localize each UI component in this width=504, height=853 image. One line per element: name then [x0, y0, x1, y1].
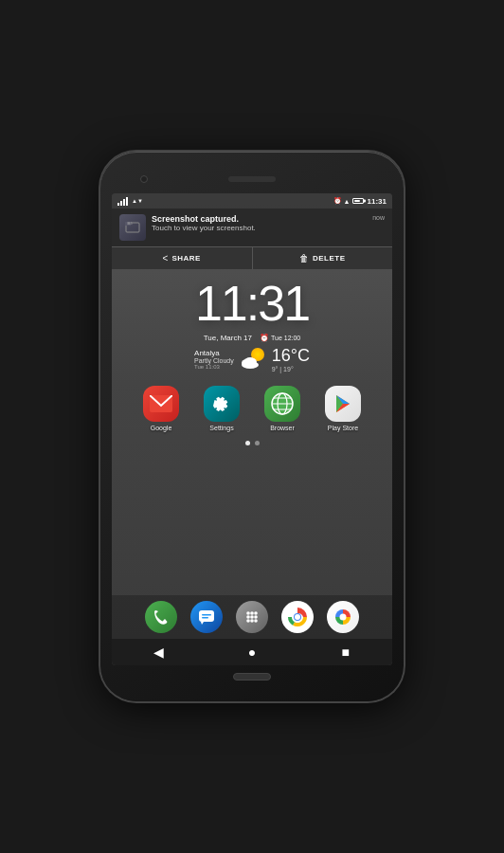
- notification-subtitle: Touch to view your screenshot.: [152, 224, 367, 232]
- phone-bottom-bar: [112, 669, 392, 684]
- svg-point-32: [295, 614, 300, 620]
- app-icon-browser[interactable]: Browser: [260, 386, 305, 431]
- weather-temp-section: 16°C 9° | 19°: [272, 346, 310, 372]
- back-button[interactable]: ◀: [144, 643, 172, 662]
- dock-app-photos[interactable]: [325, 601, 361, 633]
- weather-icon: [240, 346, 266, 372]
- weather-temperature: 16°C: [272, 346, 310, 366]
- network-type: ▲▼: [132, 198, 143, 204]
- svg-point-25: [250, 615, 254, 619]
- svg-rect-17: [199, 610, 214, 622]
- signal-bar-3: [123, 199, 125, 206]
- home-button[interactable]: ●: [238, 643, 266, 662]
- svg-point-24: [246, 615, 250, 619]
- alarm-time: Tue 12:00: [271, 335, 300, 341]
- status-bar: ▲▼ ⏰ ▲ 11:31: [112, 193, 392, 209]
- app-icon-playstore[interactable]: Play Store: [320, 386, 366, 431]
- notification-title: Screenshot captured.: [152, 214, 367, 224]
- alarm-clock-icon: ⏰: [260, 334, 269, 342]
- status-time: 11:31: [368, 197, 387, 206]
- phone-speaker: [228, 176, 276, 182]
- app-icon-settings[interactable]: Settings: [199, 386, 244, 431]
- phone-icon: [145, 601, 177, 633]
- alarm-status-icon: ⏰: [333, 197, 342, 205]
- nav-bar: ◀ ● ■: [112, 639, 392, 665]
- share-action-button[interactable]: < SHARE: [112, 247, 253, 269]
- dock-app-messages[interactable]: [189, 601, 225, 633]
- screen: ▲▼ ⏰ ▲ 11:31 IMG: [112, 193, 392, 665]
- signal-bars: [117, 197, 128, 206]
- status-left: ▲▼: [117, 197, 143, 206]
- clock-display: 11:31: [195, 279, 309, 328]
- notification-actions: < SHARE 🗑 DELETE: [112, 246, 392, 269]
- svg-point-6: [244, 357, 256, 365]
- alarm-indicator: ⏰ Tue 12:00: [260, 334, 300, 342]
- photos-icon: [327, 601, 359, 633]
- share-action-label: SHARE: [171, 254, 201, 263]
- app-grid: Google Settings: [112, 386, 392, 431]
- messages-icon: [190, 601, 223, 633]
- playstore-icon-bg: [325, 386, 361, 422]
- weather-timestamp: Tue 11:03: [194, 364, 234, 370]
- weather-section: Antalya Partly Cloudy Tue 11:03: [112, 346, 392, 372]
- battery-icon: [352, 198, 364, 204]
- settings-app-label: Settings: [209, 425, 233, 431]
- notification-text: Screenshot captured. Touch to view your …: [152, 214, 367, 232]
- svg-rect-20: [202, 617, 208, 619]
- share-icon: <: [163, 253, 169, 263]
- settings-icon-bg: [204, 386, 240, 422]
- signal-bar-1: [117, 203, 119, 206]
- svg-point-33: [340, 614, 347, 621]
- phone-device: ▲▼ ⏰ ▲ 11:31 IMG: [100, 152, 404, 701]
- browser-app-label: Browser: [270, 425, 295, 431]
- notification-icon: IMG: [119, 214, 146, 241]
- screenshot-thumb: IMG: [119, 214, 146, 241]
- svg-point-22: [250, 611, 254, 615]
- wifi-status-icon: ▲: [344, 198, 351, 205]
- dock: [112, 595, 392, 639]
- delete-icon: 🗑: [299, 253, 309, 263]
- date-alarm-row: Tue, March 17 ⏰ Tue 12:00: [112, 334, 392, 342]
- signal-bar-2: [120, 201, 122, 206]
- date-text: Tue, March 17: [204, 334, 252, 342]
- gmail-icon-bg: [143, 386, 179, 422]
- google-app-label: Google: [151, 425, 172, 431]
- dock-app-phone[interactable]: [143, 601, 179, 633]
- weather-info: Antalya Partly Cloudy Tue 11:03: [194, 349, 234, 370]
- dock-app-apps[interactable]: [234, 601, 270, 633]
- recents-button[interactable]: ■: [332, 643, 360, 662]
- svg-point-29: [254, 619, 258, 623]
- phone-top-bar: [112, 169, 392, 190]
- svg-point-28: [250, 619, 254, 623]
- app-icon-google[interactable]: Google: [138, 386, 184, 431]
- weather-city: Antalya: [194, 349, 234, 357]
- svg-point-21: [246, 611, 250, 615]
- delete-action-button[interactable]: 🗑 DELETE: [253, 247, 393, 269]
- svg-marker-18: [201, 622, 204, 625]
- dock-app-chrome[interactable]: [279, 601, 315, 633]
- svg-rect-19: [202, 614, 211, 616]
- status-right: ⏰ ▲ 11:31: [333, 197, 387, 206]
- browser-icon-bg: [264, 386, 300, 422]
- physical-home-button: [233, 673, 271, 681]
- clock-section: 11:31: [112, 269, 392, 332]
- signal-bar-4: [126, 197, 128, 206]
- svg-point-23: [254, 611, 258, 615]
- apps-grid-icon: [236, 601, 268, 633]
- svg-text:IMG: IMG: [127, 222, 133, 226]
- battery-fill: [354, 200, 360, 202]
- notification-time: now: [372, 214, 385, 221]
- svg-point-26: [254, 615, 258, 619]
- weather-row: Antalya Partly Cloudy Tue 11:03: [194, 346, 310, 372]
- chrome-icon: [281, 601, 314, 633]
- weather-range: 9° | 19°: [272, 366, 310, 372]
- delete-action-label: DELETE: [313, 254, 346, 263]
- phone-camera: [140, 175, 148, 183]
- playstore-app-label: Play Store: [328, 425, 358, 431]
- cloud-icon: [240, 354, 261, 372]
- notification-banner[interactable]: IMG Screenshot captured. Touch to view y…: [112, 209, 392, 246]
- weather-description: Partly Cloudy: [194, 357, 234, 364]
- svg-point-27: [246, 619, 250, 623]
